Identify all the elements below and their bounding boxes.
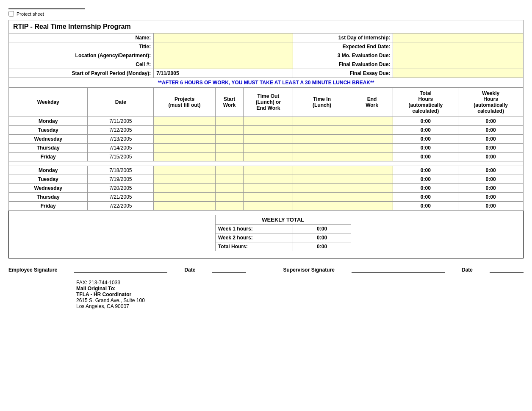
- end-work-cell[interactable]: [351, 193, 393, 202]
- week2-hours-label: Week 2 hours:: [215, 233, 293, 242]
- total-hours-label: Total Hours:: [215, 242, 293, 251]
- time-in-cell[interactable]: [293, 117, 351, 126]
- time-in-cell[interactable]: [293, 166, 351, 175]
- expected-end-label: Expected End Date:: [293, 42, 393, 51]
- projects-cell[interactable]: [154, 144, 216, 153]
- weekday-cell: Wednesday: [9, 135, 88, 144]
- time-out-cell[interactable]: [244, 202, 293, 211]
- projects-cell[interactable]: [154, 153, 216, 161]
- title-row: RTIP - Real Time Internship Program: [9, 20, 524, 33]
- weekly-hours-cell: 0:00: [458, 153, 524, 161]
- end-work-cell[interactable]: [351, 175, 393, 184]
- name-input[interactable]: [154, 33, 293, 42]
- time-in-cell[interactable]: [293, 184, 351, 193]
- col-total-hours: TotalHours(automaticallycalculated): [393, 88, 458, 117]
- start-work-cell[interactable]: [215, 117, 243, 126]
- time-out-cell[interactable]: [244, 153, 293, 161]
- start-work-cell[interactable]: [215, 135, 243, 144]
- protect-sheet-checkbox[interactable]: [8, 11, 14, 17]
- start-work-cell[interactable]: [215, 193, 243, 202]
- bottom-section: Employee Signature Date Supervisor Signa…: [8, 267, 524, 309]
- table-row: Wednesday 7/13/2005 0:00 0:00: [9, 135, 524, 144]
- start-work-cell[interactable]: [215, 184, 243, 193]
- projects-cell[interactable]: [154, 202, 216, 211]
- title-label: Title:: [9, 42, 154, 51]
- total-hours-cell: 0:00: [393, 202, 458, 211]
- location-input[interactable]: [154, 51, 293, 60]
- cell-input[interactable]: [154, 60, 293, 69]
- projects-cell[interactable]: [154, 126, 216, 135]
- end-work-cell[interactable]: [351, 184, 393, 193]
- weekly-hours-cell: 0:00: [458, 126, 524, 135]
- time-in-cell[interactable]: [293, 144, 351, 153]
- weekly-hours-cell: 0:00: [458, 175, 524, 184]
- eval-3mo-input[interactable]: [393, 51, 524, 60]
- end-work-cell[interactable]: [351, 144, 393, 153]
- title-input[interactable]: [154, 42, 293, 51]
- cell-row: Cell #: Final Evaluation Due:: [9, 60, 524, 69]
- date-cell: 7/12/2005: [88, 126, 154, 135]
- date-cell: 7/18/2005: [88, 166, 154, 175]
- col-start-work: StartWork: [215, 88, 243, 117]
- date-cell: 7/19/2005: [88, 175, 154, 184]
- total-hours-cell: 0:00: [393, 193, 458, 202]
- start-work-cell[interactable]: [215, 153, 243, 161]
- total-hours-value: 0:00: [293, 242, 351, 251]
- expected-end-input[interactable]: [393, 42, 524, 51]
- weekly-hours-cell: 0:00: [458, 135, 524, 144]
- col-time-out: Time Out(Lunch) orEnd Work: [244, 88, 293, 117]
- final-eval-input[interactable]: [393, 60, 524, 69]
- cell-label: Cell #:: [9, 60, 154, 69]
- projects-cell[interactable]: [154, 135, 216, 144]
- date-cell: 7/13/2005: [88, 135, 154, 144]
- end-work-cell[interactable]: [351, 135, 393, 144]
- total-hours-cell: 0:00: [393, 117, 458, 126]
- week2-total-row: Week 2 hours: 0:00: [9, 233, 524, 242]
- total-hours-cell: 0:00: [393, 175, 458, 184]
- start-work-cell[interactable]: [215, 166, 243, 175]
- time-in-cell[interactable]: [293, 202, 351, 211]
- projects-cell[interactable]: [154, 117, 216, 126]
- start-work-cell[interactable]: [215, 175, 243, 184]
- start-work-cell[interactable]: [215, 126, 243, 135]
- final-essay-label: Final Essay Due:: [293, 69, 393, 78]
- end-work-cell[interactable]: [351, 166, 393, 175]
- final-essay-input[interactable]: [393, 69, 524, 78]
- time-in-cell[interactable]: [293, 126, 351, 135]
- time-out-cell[interactable]: [244, 135, 293, 144]
- time-out-cell[interactable]: [244, 144, 293, 153]
- main-title: RTIP - Real Time Internship Program: [9, 20, 524, 33]
- first-day-input[interactable]: [393, 33, 524, 42]
- time-out-cell[interactable]: [244, 175, 293, 184]
- projects-cell[interactable]: [154, 184, 216, 193]
- start-work-cell[interactable]: [215, 144, 243, 153]
- weekday-cell: Monday: [9, 166, 88, 175]
- date-cell: 7/14/2005: [88, 144, 154, 153]
- time-out-cell[interactable]: [244, 193, 293, 202]
- end-work-cell[interactable]: [351, 117, 393, 126]
- projects-cell[interactable]: [154, 193, 216, 202]
- weekday-cell: Thursday: [9, 193, 88, 202]
- fax-section: FAX: 213-744-1033 Mail Original To: TFLA…: [8, 280, 524, 309]
- projects-cell[interactable]: [154, 166, 216, 175]
- date-line-1: [212, 272, 246, 273]
- time-out-cell[interactable]: [244, 117, 293, 126]
- end-work-cell[interactable]: [351, 126, 393, 135]
- table-header-row: Weekday Date Projects(must fill out) Sta…: [9, 88, 524, 117]
- time-out-cell[interactable]: [244, 166, 293, 175]
- start-work-cell[interactable]: [215, 202, 243, 211]
- table-row: Friday 7/15/2005 0:00 0:00: [9, 153, 524, 161]
- projects-cell[interactable]: [154, 175, 216, 184]
- time-in-cell[interactable]: [293, 153, 351, 161]
- mail-label: Mail Original To:: [76, 286, 524, 292]
- week1-hours-value: 0:00: [293, 225, 351, 233]
- time-in-cell[interactable]: [293, 135, 351, 144]
- time-in-cell[interactable]: [293, 175, 351, 184]
- time-out-cell[interactable]: [244, 126, 293, 135]
- total-hours-cell: 0:00: [393, 184, 458, 193]
- end-work-cell[interactable]: [351, 202, 393, 211]
- end-work-cell[interactable]: [351, 153, 393, 161]
- time-in-cell[interactable]: [293, 193, 351, 202]
- col-weekly-hours: WeeklyHours(automaticallycalculated): [458, 88, 524, 117]
- time-out-cell[interactable]: [244, 184, 293, 193]
